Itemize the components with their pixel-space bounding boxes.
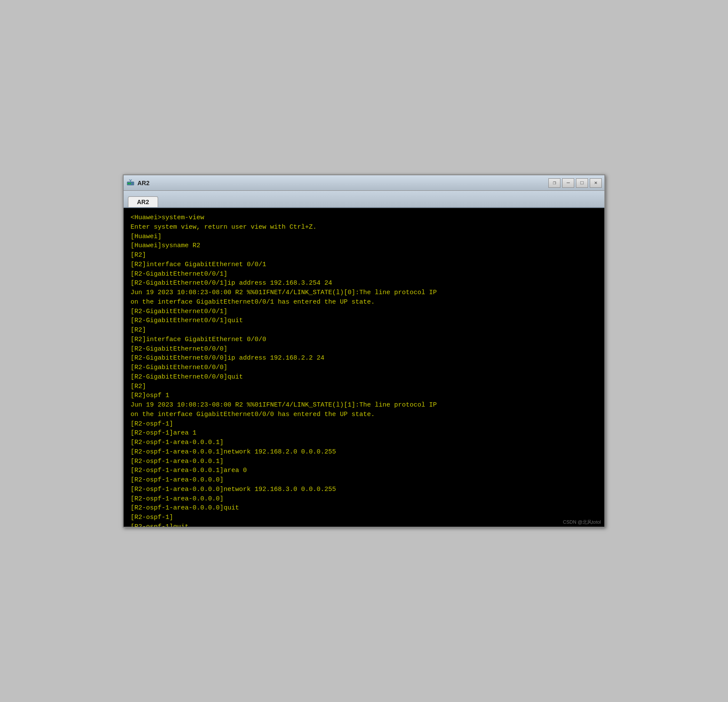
terminal-text: <Huawei>system-view Enter system view, r… — [131, 213, 597, 527]
minimize-button[interactable]: — — [562, 178, 574, 188]
router-icon — [126, 179, 135, 187]
svg-line-4 — [129, 180, 131, 180]
watermark: CSDN @北风totol — [563, 519, 601, 525]
restore-button[interactable]: ❐ — [548, 178, 560, 188]
maximize-button[interactable]: □ — [576, 178, 588, 188]
close-button[interactable]: ✕ — [590, 178, 602, 188]
main-window: AR2 ❐ — □ ✕ AR2 <Huawei>system-view Ente… — [123, 174, 605, 528]
title-bar-left: AR2 — [126, 179, 149, 187]
svg-point-2 — [130, 183, 131, 184]
title-bar-controls: ❐ — □ ✕ — [548, 178, 602, 188]
terminal-output[interactable]: <Huawei>system-view Enter system view, r… — [124, 208, 604, 527]
window-title: AR2 — [137, 180, 149, 186]
tab-bar: AR2 — [124, 191, 604, 208]
svg-line-5 — [131, 180, 132, 180]
title-bar: AR2 ❐ — □ ✕ — [124, 175, 604, 191]
svg-point-1 — [128, 183, 129, 184]
tab-ar2[interactable]: AR2 — [128, 196, 158, 207]
